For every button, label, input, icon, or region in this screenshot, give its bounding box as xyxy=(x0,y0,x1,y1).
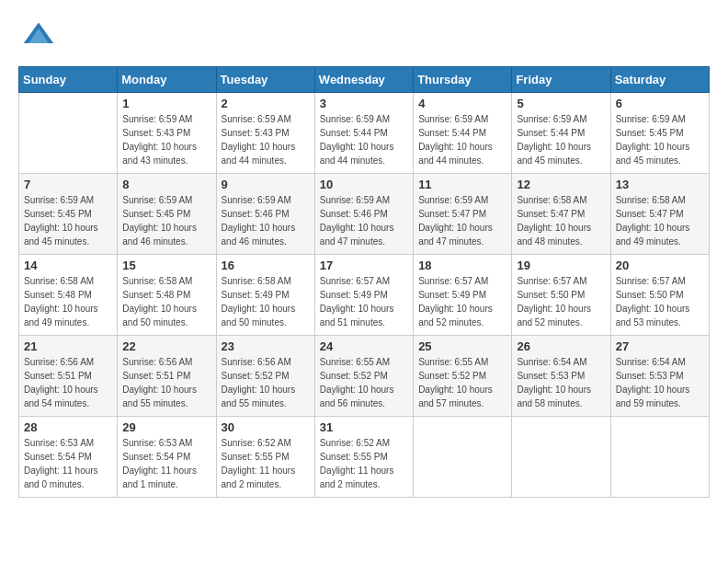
day-info: Sunrise: 6:57 AMSunset: 5:49 PMDaylight:… xyxy=(418,274,506,329)
calendar-cell xyxy=(414,417,512,498)
calendar-cell: 5Sunrise: 6:59 AMSunset: 5:44 PMDaylight… xyxy=(512,93,610,174)
day-info: Sunrise: 6:54 AMSunset: 5:53 PMDaylight:… xyxy=(517,355,605,410)
calendar-cell xyxy=(512,417,610,498)
day-number: 5 xyxy=(517,97,605,110)
day-number: 28 xyxy=(24,420,112,434)
day-info: Sunrise: 6:59 AMSunset: 5:46 PMDaylight:… xyxy=(320,193,408,248)
day-number: 20 xyxy=(616,259,704,272)
day-info: Sunrise: 6:59 AMSunset: 5:45 PMDaylight:… xyxy=(24,193,112,248)
page-header xyxy=(18,18,710,52)
day-info: Sunrise: 6:58 AMSunset: 5:48 PMDaylight:… xyxy=(24,274,112,329)
calendar-cell: 27Sunrise: 6:54 AMSunset: 5:53 PMDayligh… xyxy=(610,336,709,417)
calendar-cell: 6Sunrise: 6:59 AMSunset: 5:45 PMDaylight… xyxy=(610,93,709,174)
calendar-cell: 19Sunrise: 6:57 AMSunset: 5:50 PMDayligh… xyxy=(512,255,610,336)
day-number: 3 xyxy=(320,97,408,110)
calendar-cell: 18Sunrise: 6:57 AMSunset: 5:49 PMDayligh… xyxy=(414,255,512,336)
calendar-cell: 31Sunrise: 6:52 AMSunset: 5:55 PMDayligh… xyxy=(314,417,413,498)
day-info: Sunrise: 6:57 AMSunset: 5:49 PMDaylight:… xyxy=(320,274,408,329)
day-info: Sunrise: 6:58 AMSunset: 5:49 PMDaylight:… xyxy=(222,274,310,329)
calendar-header-row: SundayMondayTuesdayWednesdayThursdayFrid… xyxy=(19,67,710,93)
day-number: 23 xyxy=(222,339,310,353)
calendar-cell: 22Sunrise: 6:56 AMSunset: 5:51 PMDayligh… xyxy=(118,336,216,417)
day-number: 2 xyxy=(222,97,310,110)
day-number: 22 xyxy=(122,339,210,353)
day-number: 24 xyxy=(320,339,408,353)
calendar-cell: 13Sunrise: 6:58 AMSunset: 5:47 PMDayligh… xyxy=(610,174,709,255)
day-info: Sunrise: 6:52 AMSunset: 5:55 PMDaylight:… xyxy=(222,436,310,491)
day-info: Sunrise: 6:59 AMSunset: 5:43 PMDaylight:… xyxy=(122,112,210,167)
day-number: 16 xyxy=(222,259,310,272)
calendar-cell: 17Sunrise: 6:57 AMSunset: 5:49 PMDayligh… xyxy=(314,255,413,336)
day-number: 27 xyxy=(616,339,704,353)
day-info: Sunrise: 6:53 AMSunset: 5:54 PMDaylight:… xyxy=(122,436,210,491)
calendar-cell: 25Sunrise: 6:55 AMSunset: 5:52 PMDayligh… xyxy=(414,336,512,417)
calendar-cell: 1Sunrise: 6:59 AMSunset: 5:43 PMDaylight… xyxy=(118,93,216,174)
calendar-cell: 16Sunrise: 6:58 AMSunset: 5:49 PMDayligh… xyxy=(216,255,314,336)
calendar-cell: 10Sunrise: 6:59 AMSunset: 5:46 PMDayligh… xyxy=(314,174,413,255)
calendar-cell: 21Sunrise: 6:56 AMSunset: 5:51 PMDayligh… xyxy=(19,336,118,417)
day-info: Sunrise: 6:56 AMSunset: 5:51 PMDaylight:… xyxy=(122,355,210,410)
column-header-thursday: Thursday xyxy=(414,67,512,93)
column-header-monday: Monday xyxy=(118,67,216,93)
day-info: Sunrise: 6:59 AMSunset: 5:45 PMDaylight:… xyxy=(122,193,210,248)
day-info: Sunrise: 6:59 AMSunset: 5:46 PMDaylight:… xyxy=(222,193,310,248)
day-number: 14 xyxy=(24,259,112,272)
calendar-cell: 14Sunrise: 6:58 AMSunset: 5:48 PMDayligh… xyxy=(19,255,118,336)
column-header-friday: Friday xyxy=(512,67,610,93)
day-info: Sunrise: 6:59 AMSunset: 5:44 PMDaylight:… xyxy=(320,112,408,167)
calendar-cell: 23Sunrise: 6:56 AMSunset: 5:52 PMDayligh… xyxy=(216,336,314,417)
logo xyxy=(18,18,55,52)
day-number: 7 xyxy=(24,178,112,191)
calendar-cell: 15Sunrise: 6:58 AMSunset: 5:48 PMDayligh… xyxy=(118,255,216,336)
calendar-cell: 3Sunrise: 6:59 AMSunset: 5:44 PMDaylight… xyxy=(314,93,413,174)
day-info: Sunrise: 6:56 AMSunset: 5:52 PMDaylight:… xyxy=(222,355,310,410)
day-info: Sunrise: 6:59 AMSunset: 5:43 PMDaylight:… xyxy=(222,112,310,167)
day-number: 1 xyxy=(122,97,210,110)
calendar-table: SundayMondayTuesdayWednesdayThursdayFrid… xyxy=(18,66,710,498)
day-number: 21 xyxy=(24,339,112,353)
calendar-cell: 7Sunrise: 6:59 AMSunset: 5:45 PMDaylight… xyxy=(19,174,118,255)
day-number: 15 xyxy=(122,259,210,272)
day-number: 30 xyxy=(222,420,310,434)
day-info: Sunrise: 6:55 AMSunset: 5:52 PMDaylight:… xyxy=(418,355,506,410)
logo-icon xyxy=(22,18,55,52)
week-row-4: 21Sunrise: 6:56 AMSunset: 5:51 PMDayligh… xyxy=(19,336,710,417)
column-header-tuesday: Tuesday xyxy=(216,67,314,93)
day-number: 9 xyxy=(222,178,310,191)
day-number: 19 xyxy=(517,259,605,272)
day-info: Sunrise: 6:58 AMSunset: 5:47 PMDaylight:… xyxy=(517,193,605,248)
calendar-cell: 12Sunrise: 6:58 AMSunset: 5:47 PMDayligh… xyxy=(512,174,610,255)
day-info: Sunrise: 6:56 AMSunset: 5:51 PMDaylight:… xyxy=(24,355,112,410)
calendar-cell: 30Sunrise: 6:52 AMSunset: 5:55 PMDayligh… xyxy=(216,417,314,498)
day-number: 8 xyxy=(122,178,210,191)
calendar-cell: 29Sunrise: 6:53 AMSunset: 5:54 PMDayligh… xyxy=(118,417,216,498)
day-number: 18 xyxy=(418,259,506,272)
week-row-1: 1Sunrise: 6:59 AMSunset: 5:43 PMDaylight… xyxy=(19,93,710,174)
column-header-wednesday: Wednesday xyxy=(314,67,413,93)
week-row-5: 28Sunrise: 6:53 AMSunset: 5:54 PMDayligh… xyxy=(19,417,710,498)
day-info: Sunrise: 6:58 AMSunset: 5:47 PMDaylight:… xyxy=(616,193,704,248)
day-number: 31 xyxy=(320,420,408,434)
day-number: 12 xyxy=(517,178,605,191)
day-info: Sunrise: 6:58 AMSunset: 5:48 PMDaylight:… xyxy=(122,274,210,329)
day-number: 26 xyxy=(517,339,605,353)
day-info: Sunrise: 6:52 AMSunset: 5:55 PMDaylight:… xyxy=(320,436,408,491)
day-info: Sunrise: 6:59 AMSunset: 5:44 PMDaylight:… xyxy=(418,112,506,167)
calendar-cell: 9Sunrise: 6:59 AMSunset: 5:46 PMDaylight… xyxy=(216,174,314,255)
day-info: Sunrise: 6:55 AMSunset: 5:52 PMDaylight:… xyxy=(320,355,408,410)
day-number: 11 xyxy=(418,178,506,191)
calendar-cell xyxy=(610,417,709,498)
calendar-cell: 8Sunrise: 6:59 AMSunset: 5:45 PMDaylight… xyxy=(118,174,216,255)
day-number: 10 xyxy=(320,178,408,191)
column-header-saturday: Saturday xyxy=(610,67,709,93)
day-number: 29 xyxy=(122,420,210,434)
day-info: Sunrise: 6:57 AMSunset: 5:50 PMDaylight:… xyxy=(616,274,704,329)
week-row-2: 7Sunrise: 6:59 AMSunset: 5:45 PMDaylight… xyxy=(19,174,710,255)
day-info: Sunrise: 6:59 AMSunset: 5:45 PMDaylight:… xyxy=(616,112,704,167)
day-info: Sunrise: 6:57 AMSunset: 5:50 PMDaylight:… xyxy=(517,274,605,329)
calendar-cell: 26Sunrise: 6:54 AMSunset: 5:53 PMDayligh… xyxy=(512,336,610,417)
calendar-cell: 2Sunrise: 6:59 AMSunset: 5:43 PMDaylight… xyxy=(216,93,314,174)
week-row-3: 14Sunrise: 6:58 AMSunset: 5:48 PMDayligh… xyxy=(19,255,710,336)
calendar-cell: 24Sunrise: 6:55 AMSunset: 5:52 PMDayligh… xyxy=(314,336,413,417)
day-info: Sunrise: 6:59 AMSunset: 5:47 PMDaylight:… xyxy=(418,193,506,248)
